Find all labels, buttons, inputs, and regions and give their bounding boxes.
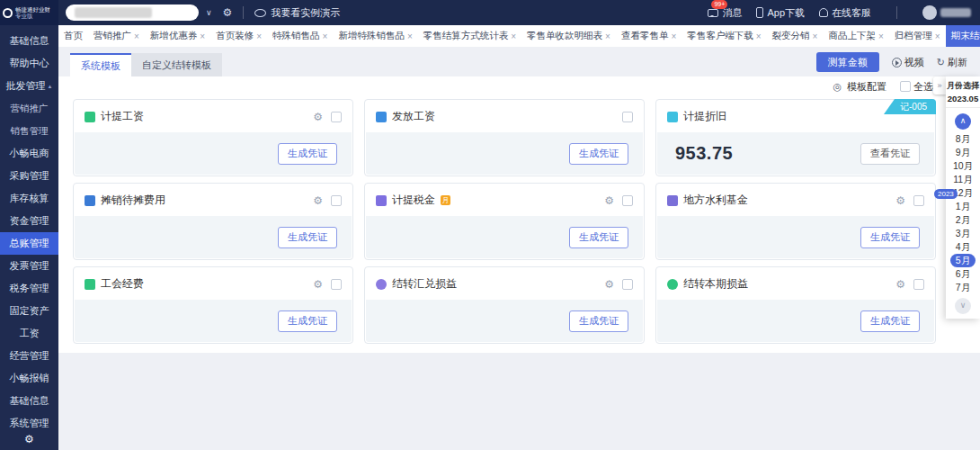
month-item[interactable]: 2月 [946,213,980,227]
subtab-system-template[interactable]: 系统模板 [70,53,131,76]
close-tab-icon[interactable] [813,32,818,41]
sidebar-item-inventory[interactable]: 库存核算 [0,187,58,210]
tab-view-retail-order[interactable]: 查看零售单 [616,25,682,47]
close-tab-icon[interactable] [671,32,676,41]
select-all-control[interactable]: 全选 [900,80,933,94]
sidebar-item-purchase[interactable]: 采购管理 [0,165,58,187]
sidebar-item-invoice[interactable]: 发票管理 [0,255,58,277]
close-tab-icon[interactable] [323,32,328,41]
panel-collapse-handle[interactable] [933,76,946,94]
template-config-button[interactable]: 模板配置 [833,80,886,94]
user-menu[interactable] [922,5,971,20]
app-download-button[interactable]: App下载 [756,6,805,20]
chevron-down-icon[interactable] [206,8,212,17]
tab-new-special-goods[interactable]: 新增特殊销售品 [333,25,417,47]
sidebar-item-help-center[interactable]: 帮助中心 [0,52,58,75]
close-tab-icon[interactable] [256,32,262,41]
online-support-button[interactable]: 在线客服 [819,6,871,20]
tab-new-coupon[interactable]: 新增优惠券 [145,25,210,47]
card-checkbox[interactable] [622,195,633,206]
close-tab-icon[interactable] [756,32,762,41]
card-settings-gear-icon[interactable] [895,194,905,207]
generate-voucher-button[interactable]: 生成凭证 [569,227,628,248]
card-settings-gear-icon[interactable] [313,278,323,291]
card-settings-gear-icon[interactable] [313,194,323,207]
generate-voucher-button[interactable]: 生成凭证 [569,143,628,165]
card-checkbox[interactable] [622,279,633,290]
generate-voucher-button[interactable]: 生成凭证 [278,143,337,165]
depreciation-amount: 953.75 [675,143,733,164]
month-item[interactable]: 7月 [946,281,980,294]
generate-voucher-button[interactable]: 生成凭证 [860,310,920,332]
tab-retail-settlement-stats[interactable]: 零售结算方式统计表 [418,25,521,47]
tab-goods-on-off-shelf[interactable]: 商品上下架 [823,25,888,47]
sidebar-item-funds[interactable]: 资金管理 [0,210,58,232]
card-settings-gear-icon[interactable] [604,278,614,291]
tab-home-decor[interactable]: 首页装修 [210,25,267,47]
close-tab-icon[interactable] [511,32,516,41]
sidebar-item-expense[interactable]: 小畅报销 [0,367,58,390]
close-tab-icon[interactable] [407,32,413,41]
calculate-amount-button[interactable]: 测算金额 [816,52,879,72]
month-item[interactable]: 9月 [946,146,980,159]
org-selector[interactable] [66,4,199,21]
generate-voucher-button[interactable]: 生成凭证 [278,227,337,248]
view-voucher-button[interactable]: 查看凭证 [860,143,920,165]
card-checkbox[interactable] [331,195,342,206]
close-tab-icon[interactable] [935,32,940,41]
tab-marketing[interactable]: 营销推广 [88,25,145,47]
sidebar-item-sales[interactable]: 销售管理 [0,120,58,142]
month-item[interactable]: 10月 [946,159,980,173]
messages-button[interactable]: 99+ 消息 [708,6,742,20]
sidebar-item-system[interactable]: 系统管理 [0,412,58,435]
generate-voucher-button[interactable]: 生成凭证 [278,310,337,332]
card-checkbox[interactable] [331,112,342,122]
sidebar-item-general-ledger[interactable]: 总账管理 [0,232,58,255]
tab-home[interactable]: 首页 [58,25,88,47]
card-checkbox[interactable] [622,112,633,122]
month-item[interactable]: 11月 [946,173,980,186]
sidebar-item-fixed-assets[interactable]: 固定资产 [0,300,58,322]
tab-archive-management[interactable]: 归档管理 [889,25,946,47]
sidebar-item-ecommerce[interactable]: 小畅电商 [0,142,58,165]
month-item[interactable]: 6月 [946,267,980,281]
sidebar-item-basic-info[interactable]: 基础信息 [0,30,58,52]
generate-voucher-button[interactable]: 生成凭证 [860,227,920,248]
refresh-button[interactable]: 刷新 [937,56,967,69]
card-checkbox[interactable] [913,195,924,206]
close-tab-icon[interactable] [200,32,205,41]
sidebar-item-basic-info-2[interactable]: 基础信息 [0,390,58,412]
tab-fission-distribution[interactable]: 裂变分销 [767,25,824,47]
gear-icon[interactable] [223,6,233,19]
sidebar-item-tax[interactable]: 税务管理 [0,277,58,300]
card-settings-gear-icon[interactable] [313,111,323,123]
generate-voucher-button[interactable]: 生成凭证 [569,310,628,332]
close-tab-icon[interactable] [134,32,139,41]
scroll-down-icon[interactable] [955,298,971,314]
tab-retail-receipt-detail[interactable]: 零售单收款明细表 [521,25,616,47]
select-all-checkbox[interactable] [900,81,911,92]
card-checkbox[interactable] [331,279,342,290]
video-button[interactable]: 视频 [892,56,924,69]
card-settings-gear-icon[interactable] [604,194,614,207]
month-item[interactable]: 8月 [946,132,980,146]
sidebar-item-operations[interactable]: 经营管理 [0,345,58,367]
sidebar-settings-gear-icon[interactable] [0,433,58,446]
card-checkbox[interactable] [913,279,924,290]
demo-link[interactable]: 我要看实例演示 [254,6,340,20]
close-tab-icon[interactable] [605,32,610,41]
tab-retail-client-download[interactable]: 零售客户端下载 [682,25,766,47]
month-item-selected[interactable]: 5月 [950,254,976,267]
sidebar-item-wholesale[interactable]: 批发管理 [0,75,58,97]
tab-special-goods[interactable]: 特殊销售品 [267,25,333,47]
month-item[interactable]: 3月 [946,227,980,240]
sidebar-item-marketing[interactable]: 营销推广 [0,97,58,120]
tab-period-end-carryover[interactable]: 期末结转 [946,25,980,47]
month-item[interactable]: 1月 [946,200,980,213]
subtab-custom-template[interactable]: 自定义结转模板 [131,53,222,76]
sidebar-item-payroll[interactable]: 工资 [0,322,58,345]
close-tab-icon[interactable] [878,32,884,41]
scroll-up-icon[interactable] [955,113,971,130]
card-settings-gear-icon[interactable] [895,278,905,291]
month-item[interactable]: 4月 [946,240,980,254]
